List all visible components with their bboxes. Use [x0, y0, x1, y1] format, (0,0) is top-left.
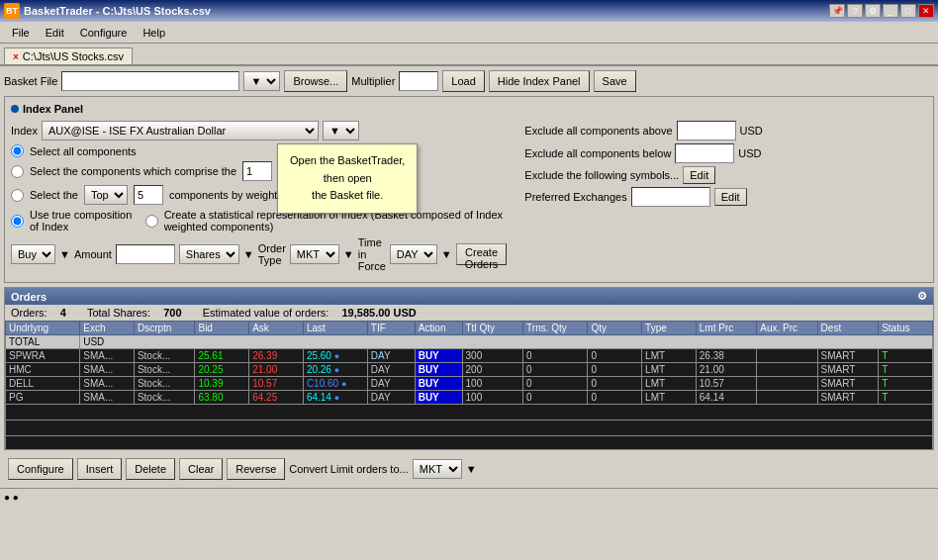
hmc-bid: 20.25 — [195, 363, 249, 377]
table-row-hmc[interactable]: HMC SMA... Stock... 20.25 21.00 20.26 ● … — [6, 363, 933, 377]
basket-file-input[interactable]: C:\Jts\US Stocks.csv — [61, 71, 239, 91]
tooltip-line3: the Basket file. — [312, 189, 383, 201]
radio-all-components-input[interactable] — [11, 144, 24, 157]
tooltip-overlay: Open the BasketTrader, then open the Bas… — [277, 143, 418, 214]
spwra-lmt: 26.38 — [696, 349, 757, 363]
table-row-total[interactable]: TOTAL USD — [6, 335, 933, 349]
pg-bid: 63.80 — [195, 391, 249, 405]
convert-label: Convert Limit orders to... — [289, 463, 408, 475]
order-type-dropdown[interactable]: MKT — [290, 244, 339, 264]
radio-comprise-input[interactable] — [11, 165, 24, 178]
index-dropdown[interactable]: AUX@ISE - ISE FX Australian Dollar — [42, 121, 319, 140]
index-row: Index AUX@ISE - ISE FX Australian Dollar… — [11, 121, 507, 140]
col-header-aux: Aux. Prc — [757, 322, 817, 335]
insert-button[interactable]: Insert — [77, 458, 123, 480]
delete-button[interactable]: Delete — [126, 458, 175, 480]
menu-file[interactable]: File — [4, 25, 38, 41]
save-button[interactable]: Save — [594, 70, 636, 92]
table-row-spwra[interactable]: SPWRA SMA... Stock... 25.61 26.39 25.60 … — [6, 349, 933, 363]
col-header-ttlqty: Ttl Qty — [462, 322, 523, 335]
radio-true-comp-input[interactable] — [11, 215, 24, 228]
hmc-symbol: HMC — [6, 363, 80, 377]
radio-top-input[interactable] — [11, 189, 24, 202]
maximize-button[interactable]: □ — [900, 4, 916, 18]
configure-button[interactable]: Configure — [8, 458, 73, 480]
estimated-value: 19,585.00 USD — [341, 307, 416, 319]
amount-input[interactable]: 1000 — [116, 244, 175, 264]
top-num-input[interactable] — [134, 185, 163, 205]
browse-button[interactable]: Browse... — [284, 70, 347, 92]
basket-file-row: Basket File C:\Jts\US Stocks.csv ▼ Brows… — [4, 70, 934, 92]
help-button[interactable]: ? — [847, 4, 863, 18]
multiplier-label: Multiplier — [351, 75, 395, 87]
multiplier-input[interactable]: 1 — [399, 71, 438, 91]
tif-dropdown[interactable]: DAY — [390, 244, 437, 264]
exclude-below-input[interactable] — [675, 143, 734, 163]
hmc-ask: 21.00 — [249, 363, 304, 377]
app-icon: BT — [4, 3, 20, 19]
basket-file-label: Basket File — [4, 75, 57, 87]
dell-dest: SMART — [817, 377, 879, 391]
comprise-pct-input[interactable] — [242, 161, 272, 181]
convert-dropdown[interactable]: MKT — [413, 459, 462, 479]
dell-last: C10.60 ● — [303, 377, 367, 391]
pg-last: 64.14 ● — [303, 391, 367, 405]
load-button[interactable]: Load — [442, 70, 484, 92]
exclude-edit-button[interactable]: Edit — [683, 166, 715, 184]
preferred-label: Preferred Exchanges — [524, 191, 626, 203]
create-orders-button[interactable]: Create Orders — [456, 243, 508, 265]
preferred-input[interactable] — [631, 187, 710, 207]
hmc-qty: 0 — [588, 363, 642, 377]
clear-button[interactable]: Clear — [179, 458, 223, 480]
col-header-type: Type — [642, 322, 697, 335]
col-header-action: Action — [415, 322, 462, 335]
basket-file-dropdown[interactable]: ▼ — [243, 71, 280, 91]
radio-statistical-input[interactable] — [145, 215, 158, 228]
reverse-button[interactable]: Reverse — [227, 458, 285, 480]
hide-panel-button[interactable]: Hide Index Panel — [489, 70, 590, 92]
preferred-edit-button[interactable]: Edit — [714, 188, 747, 206]
col-header-status: Status — [879, 322, 933, 335]
col-header-undrlyng: Undrlyng — [6, 322, 80, 335]
dell-trns: 0 — [523, 377, 588, 391]
table-row-pg[interactable]: PG SMA... Stock... 63.80 64.25 64.14 ● D… — [6, 391, 933, 405]
file-tab[interactable]: × C:\Jts\US Stocks.csv — [4, 47, 133, 64]
window-title: BasketTrader - C:\Jts\US Stocks.csv — [24, 5, 211, 17]
index-type-dropdown[interactable]: ▼ — [323, 121, 359, 140]
shares-type-dropdown[interactable]: Shares — [179, 244, 239, 264]
exclude-above-input[interactable] — [677, 121, 736, 140]
orders-table-wrapper[interactable]: Undrlyng Exch Dscrptn Bid Ask Last TIF A… — [5, 321, 933, 449]
order-row: Buy ▼ Amount 1000 Shares ▼ Order Type MK… — [11, 236, 507, 272]
tab-close-icon[interactable]: × — [13, 51, 19, 62]
spwra-dest: SMART — [817, 349, 879, 363]
menu-help[interactable]: Help — [135, 25, 173, 41]
orders-table: Undrlyng Exch Dscrptn Bid Ask Last TIF A… — [5, 321, 933, 449]
table-row-empty-3 — [6, 436, 933, 450]
pg-status: T — [879, 391, 933, 405]
menu-edit[interactable]: Edit — [38, 25, 72, 41]
spwra-exch: SMA... — [80, 349, 135, 363]
close-button[interactable]: ✕ — [918, 4, 934, 18]
hmc-ttlqty: 200 — [462, 363, 523, 377]
table-row-dell[interactable]: DELL SMA... Stock... 10.39 10.57 C10.60 … — [6, 377, 933, 391]
radio-all-label: Select all components — [30, 145, 137, 157]
hmc-tif: DAY — [367, 363, 415, 377]
top-bottom-dropdown[interactable]: Top — [84, 185, 128, 205]
window-controls[interactable]: 📌 ? ⚙ _ □ ✕ — [829, 4, 934, 18]
status-dots: ● ● — [4, 492, 19, 503]
pin-button[interactable]: 📌 — [829, 4, 845, 18]
config-button[interactable]: ⚙ — [865, 4, 881, 18]
dell-lmt: 10.57 — [696, 377, 757, 391]
pg-ask: 64.25 — [249, 391, 304, 405]
dell-symbol: DELL — [6, 377, 80, 391]
buy-sell-dropdown[interactable]: Buy — [11, 244, 55, 264]
tif-arrow-icon: ▼ — [441, 248, 452, 260]
hmc-trns: 0 — [523, 363, 588, 377]
minimize-button[interactable]: _ — [883, 4, 898, 18]
gear-icon[interactable]: ⚙ — [917, 290, 927, 303]
total-symbol: TOTAL — [6, 335, 80, 349]
spwra-ttlqty: 300 — [462, 349, 523, 363]
hmc-last: 20.26 ● — [303, 363, 367, 377]
top-suffix: components by weight — [169, 189, 277, 201]
menu-configure[interactable]: Configure — [72, 25, 136, 41]
